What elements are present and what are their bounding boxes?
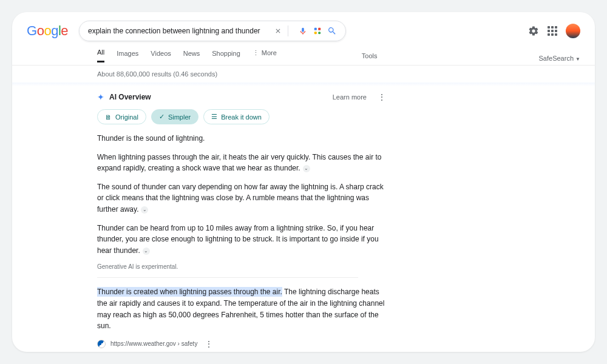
svg-point-3 xyxy=(318,32,320,34)
expand-icon[interactable]: ⌄ xyxy=(143,248,150,255)
highlighted-text: Thunder is created when lightning passes… xyxy=(97,287,282,297)
chip-break-it-down[interactable]: ☰Break it down xyxy=(203,109,270,124)
expand-icon[interactable]: ⌄ xyxy=(303,165,310,172)
learn-more-link[interactable]: Learn more xyxy=(333,93,367,101)
featured-snippet: Thunder is created when lightning passes… xyxy=(97,286,386,331)
svg-rect-2 xyxy=(314,32,317,34)
ai-paragraph: Thunder is the sound of lightning. xyxy=(97,133,386,144)
search-icon[interactable] xyxy=(327,26,337,36)
result-title-link[interactable]: Understanding Lightning: Thunder - Natio… xyxy=(97,351,386,352)
tab-shopping[interactable]: Shopping xyxy=(212,50,240,62)
ai-disclaimer: Generative AI is experimental. xyxy=(97,263,386,270)
ai-overview-title: AI Overview xyxy=(109,93,151,101)
browser-window: Google All Images Videos News Shopping ⋮… xyxy=(12,12,595,352)
tab-more[interactable]: ⋮More xyxy=(253,49,277,62)
expand-icon[interactable]: ⌄ xyxy=(141,206,148,214)
mic-icon[interactable] xyxy=(298,26,308,36)
apps-icon[interactable] xyxy=(548,26,557,36)
ai-paragraph: When lightning passes through the air, i… xyxy=(97,152,386,174)
tab-videos[interactable]: Videos xyxy=(151,50,171,62)
svg-rect-0 xyxy=(314,28,317,30)
header: Google xyxy=(12,12,595,46)
mode-chips: 🗎Original ✓Simpler ☰Break it down xyxy=(97,109,386,124)
google-logo[interactable]: Google xyxy=(27,23,68,39)
tab-images[interactable]: Images xyxy=(117,50,138,62)
settings-icon[interactable] xyxy=(528,25,539,36)
chip-original[interactable]: 🗎Original xyxy=(97,109,146,124)
ai-paragraph: Thunder can be heard from up to 10 miles… xyxy=(97,223,386,257)
tab-news[interactable]: News xyxy=(183,50,200,62)
search-bar[interactable] xyxy=(79,21,346,41)
clear-icon[interactable] xyxy=(273,26,283,36)
ai-paragraph: The sound of thunder can vary depending … xyxy=(97,181,386,215)
ai-answer: Thunder is the sound of lightning. When … xyxy=(97,133,386,332)
sparkle-icon: ✦ xyxy=(97,92,104,102)
document-icon: 🗎 xyxy=(105,113,112,121)
svg-rect-1 xyxy=(318,28,320,30)
noaa-favicon-icon xyxy=(97,340,106,348)
avatar[interactable] xyxy=(566,24,580,38)
search-input[interactable] xyxy=(88,27,268,35)
result-stats: About 88,600,000 results (0.46 seconds) xyxy=(12,66,595,83)
safesearch-toggle[interactable]: SafeSearch ▼ xyxy=(539,55,580,62)
check-icon: ✓ xyxy=(159,113,164,121)
tools-button[interactable]: Tools xyxy=(362,52,378,59)
result-options-icon[interactable]: ⋮ xyxy=(205,339,213,349)
search-tabs: All Images Videos News Shopping ⋮More To… xyxy=(12,46,595,66)
tab-all[interactable]: All xyxy=(97,49,104,62)
chip-simpler[interactable]: ✓Simpler xyxy=(151,109,198,124)
more-options-icon[interactable]: ⋮ xyxy=(378,92,386,102)
result-url[interactable]: https://www.weather.gov › safety xyxy=(110,340,197,347)
lens-icon[interactable] xyxy=(313,26,322,36)
result-source: https://www.weather.gov › safety ⋮ xyxy=(97,339,386,349)
list-icon: ☰ xyxy=(211,113,217,121)
